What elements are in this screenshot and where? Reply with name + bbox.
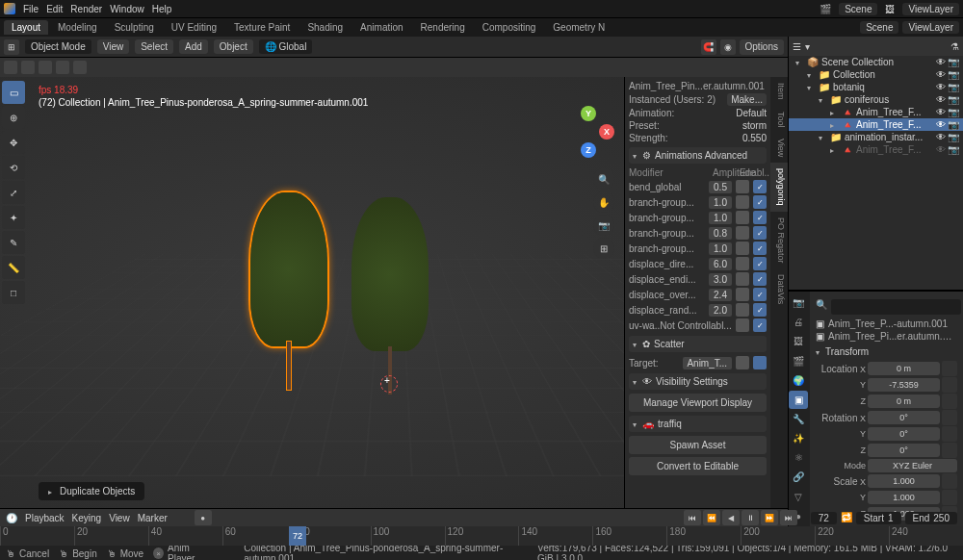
ws-tab-animation[interactable]: Animation <box>352 20 410 35</box>
menu-file[interactable]: File <box>23 4 39 14</box>
lock-icon[interactable] <box>942 377 957 393</box>
lock-icon[interactable] <box>942 426 957 442</box>
nav-persp[interactable]: ⊞ <box>593 238 614 259</box>
scene-field[interactable]: Scene <box>839 3 877 15</box>
ws-tab-texpaint[interactable]: Texture Paint <box>226 20 298 35</box>
snap-icon[interactable]: 🧲 <box>701 39 716 55</box>
convert-editable-btn[interactable]: Convert to Editable <box>629 457 767 475</box>
nav-camera[interactable]: 📷 <box>593 215 614 236</box>
ptab-modifier[interactable]: 🔧 <box>789 410 808 428</box>
np-color-0[interactable] <box>736 180 749 193</box>
chevron-icon[interactable] <box>804 82 816 92</box>
tl-marker[interactable]: Marker <box>138 513 168 523</box>
np-enable-1[interactable]: ✓ <box>753 195 767 209</box>
ntab-polygoniq[interactable]: polygoniq <box>770 163 788 212</box>
chevron-icon[interactable] <box>827 119 839 130</box>
np-color-9[interactable] <box>736 318 749 332</box>
np-enable-5[interactable]: ✓ <box>753 257 767 270</box>
np-color-8[interactable] <box>736 303 749 317</box>
gizmo-toggle[interactable] <box>21 61 35 74</box>
ntab-item[interactable]: Item <box>770 77 788 106</box>
gizmo-x[interactable]: X <box>599 124 614 140</box>
ntab-view[interactable]: View <box>770 133 788 163</box>
loc-y[interactable]: -7.5359 <box>868 378 940 392</box>
manage-viewport-btn[interactable]: Manage Viewport Display <box>629 394 767 412</box>
ptab-render[interactable]: 📷 <box>789 293 808 312</box>
breadcrumb-object[interactable]: Anim_Tree_P...-autumn.001 <box>828 318 957 329</box>
render-icon[interactable]: 📷 <box>948 107 959 117</box>
render-icon[interactable]: 📷 <box>948 132 959 142</box>
np-enable-3[interactable]: ✓ <box>753 226 767 240</box>
tool-scale[interactable]: ⤢ <box>2 181 25 204</box>
np-anim-advanced[interactable]: Animations Advanced <box>655 150 747 161</box>
outliner-row-7[interactable]: 🔺Anim_Tree_F...👁📷 <box>789 143 963 156</box>
rot-z[interactable]: 0° <box>868 444 940 457</box>
vp-menu-select[interactable]: Select <box>135 39 173 54</box>
np-color-7[interactable] <box>736 288 749 301</box>
ptab-particle[interactable]: ✨ <box>789 429 808 447</box>
rot-mode[interactable]: XYZ Euler <box>868 459 957 472</box>
current-frame[interactable]: 72 <box>811 512 837 524</box>
ntab-tool[interactable]: Tool <box>770 106 788 134</box>
pause-icon[interactable]: ⏸ <box>742 510 759 525</box>
ptab-data[interactable]: ▽ <box>789 488 808 506</box>
loop-icon[interactable]: 🔁 <box>841 512 852 524</box>
eye-icon[interactable]: 👁 <box>936 82 946 92</box>
lock-icon[interactable] <box>942 394 957 409</box>
outliner-row-5[interactable]: 🔺Anim_Tree_F...👁📷 <box>789 118 963 131</box>
ptab-object[interactable]: ▣ <box>789 391 808 409</box>
render-icon[interactable]: 📷 <box>948 82 959 92</box>
proportional-icon[interactable]: ◉ <box>720 39 736 55</box>
outliner-row-1[interactable]: 📁Collection👁📷 <box>789 68 963 81</box>
spawn-asset-btn[interactable]: Spawn Asset <box>629 436 767 454</box>
tree-selected[interactable] <box>250 192 327 385</box>
outliner-type-icon[interactable]: ☰ <box>793 41 801 52</box>
ws-tab-geonodes[interactable]: Geometry N <box>545 20 612 35</box>
tool-move[interactable]: ✥ <box>2 131 25 154</box>
overlay-toggle[interactable] <box>4 61 17 74</box>
np-enable-9[interactable]: ✓ <box>753 318 767 332</box>
np-amp-3[interactable]: 0.8 <box>709 227 732 240</box>
render-icon[interactable]: 📷 <box>948 57 959 67</box>
np-enable-6[interactable]: ✓ <box>753 272 767 286</box>
eye-icon[interactable]: 👁 <box>936 107 946 117</box>
tl-view[interactable]: View <box>109 513 130 523</box>
np-enable-2[interactable]: ✓ <box>753 211 767 224</box>
np-amp-5[interactable]: 6.0 <box>709 258 732 270</box>
vp-menu-view[interactable]: View <box>97 39 130 54</box>
ptab-viewlayer[interactable]: 🖼 <box>789 332 808 350</box>
np-color-6[interactable] <box>736 272 749 286</box>
ws-tab-layout[interactable]: Layout <box>4 20 48 35</box>
lock-icon[interactable] <box>942 443 957 458</box>
np-amp-8[interactable]: 2.0 <box>709 304 732 317</box>
make-single-btn[interactable]: Make... <box>727 93 767 106</box>
outliner-row-4[interactable]: 🔺Anim_Tree_F...👁📷 <box>789 106 963 118</box>
tl-playback[interactable]: Playback <box>25 513 65 523</box>
gizmo-z[interactable]: Z <box>581 142 596 158</box>
scene-field-2[interactable]: Scene <box>860 21 898 34</box>
outliner[interactable]: ☰ ▾ ⚗ 📦Scene Collection👁📷📁Collection👁📷📁b… <box>789 37 963 290</box>
nav-gizmo[interactable]: Y X Z <box>562 106 614 158</box>
viewport-3d[interactable]: ▭ ⊕ ✥ ⟲ ⤢ ✦ ✎ 📏 □ fps 18.39 (72) Collect… <box>0 77 788 508</box>
chevron-icon[interactable] <box>816 94 827 105</box>
np-color-1[interactable] <box>736 195 749 209</box>
nav-pan[interactable]: ✋ <box>593 191 614 213</box>
eye-icon[interactable]: 👁 <box>936 144 946 155</box>
tool-measure[interactable]: 📏 <box>2 256 25 279</box>
outliner-row-6[interactable]: 📁animation_instar...👁📷 <box>789 131 963 143</box>
render-icon[interactable]: 📷 <box>948 69 959 80</box>
eye-icon[interactable]: 👁 <box>936 69 946 80</box>
gizmo-y[interactable]: Y <box>581 106 596 121</box>
ptab-scene[interactable]: 🎬 <box>789 351 808 369</box>
tree-unselected[interactable] <box>351 197 429 390</box>
lock-icon[interactable] <box>942 361 957 376</box>
render-icon[interactable]: 📷 <box>948 119 959 130</box>
eye-icon[interactable]: 👁 <box>936 132 946 142</box>
ws-tab-rendering[interactable]: Rendering <box>413 20 473 35</box>
props-search[interactable] <box>831 299 961 315</box>
breadcrumb-data[interactable]: Anim_Tree_Pi...er.autumn.001 <box>828 331 957 342</box>
chevron-icon[interactable] <box>827 107 839 117</box>
np-target-val[interactable]: Anim_T... <box>683 357 733 369</box>
menu-window[interactable]: Window <box>110 4 144 14</box>
menu-help[interactable]: Help <box>152 4 172 14</box>
